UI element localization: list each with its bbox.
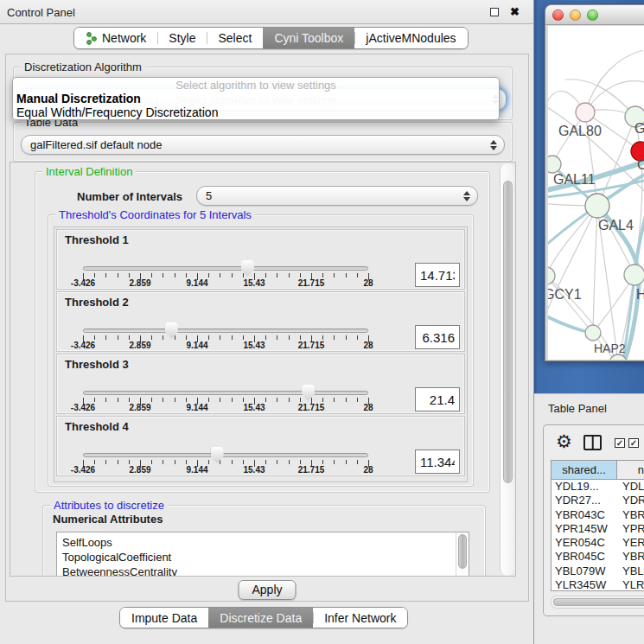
attribute-list-item[interactable]: SelfLoops: [57, 535, 469, 550]
tick-mark: [334, 398, 335, 402]
tick-mark: [357, 398, 358, 402]
threshold-row: Threshold 3-3.4262.8599.14415.4321.71528: [56, 354, 465, 414]
tick-mark: [346, 398, 347, 402]
apply-button[interactable]: Apply: [238, 580, 296, 600]
network-canvas[interactable]: GAL80GACGAL11GAL4GCY1HHAP2: [548, 26, 644, 360]
tick-label: 21.715: [298, 403, 325, 412]
tick-mark: [175, 398, 175, 402]
numerical-attributes-list[interactable]: SelfLoopsTopologicalCoefficientBetweenne…: [56, 532, 469, 577]
slider-thumb[interactable]: [211, 447, 224, 463]
tick-mark: [151, 460, 152, 464]
float-window-icon[interactable]: [490, 8, 499, 16]
minimize-window-icon[interactable]: [570, 10, 581, 21]
slider-track[interactable]: [83, 266, 368, 271]
network-node[interactable]: [624, 265, 644, 285]
dropdown-item-equal-width-frequency[interactable]: Equal Width/Frequency Discretization: [15, 105, 497, 119]
threshold-value-field[interactable]: [415, 387, 460, 411]
table-row[interactable]: YLR345WYLR3: [552, 578, 644, 591]
tick-label: 2.859: [129, 465, 150, 475]
network-node[interactable]: [585, 325, 601, 341]
attributes-list-scrollbar[interactable]: [456, 532, 469, 577]
bottom-tab-impute-data[interactable]: Impute Data: [120, 608, 208, 628]
attribute-list-item[interactable]: TopologicalCoefficient: [57, 550, 469, 564]
thresholds-group: Threshold's Coordinates for 5 Intervals …: [48, 214, 474, 487]
dropdown-item-manual-discretization[interactable]: Manual Discretization: [15, 92, 497, 105]
table-row[interactable]: YDL19...YDL1: [552, 480, 644, 494]
tick-mark: [346, 335, 347, 340]
table-row[interactable]: YPR145WYPR1: [552, 522, 644, 536]
tab-network[interactable]: Network: [74, 28, 157, 48]
checkbox-icon[interactable]: ✓: [628, 438, 639, 448]
table-row[interactable]: YBL079WYBL0: [552, 564, 644, 578]
table-column-header[interactable]: shared...: [552, 461, 617, 479]
scrollbar-thumb[interactable]: [553, 598, 644, 606]
attribute-list-item[interactable]: BetweennessCentrality: [57, 564, 469, 577]
tick-label: 15.43: [243, 465, 265, 475]
network-node-label: GA: [634, 121, 644, 136]
network-node[interactable]: [548, 156, 561, 173]
network-node-label: GCY1: [548, 287, 582, 302]
tick-mark: [175, 273, 175, 277]
slider-track[interactable]: [83, 453, 368, 457]
tick-mark: [334, 460, 335, 464]
tab-jactivemnodules[interactable]: jActiveMNodules: [354, 28, 467, 48]
tick-label: 9.144: [186, 465, 207, 475]
tick-label: 28: [363, 278, 373, 288]
scrollbar-thumb[interactable]: [458, 534, 467, 569]
node-table: shared...n YDL19...YDL1YDR27...YDR2YBR04…: [551, 460, 644, 591]
gear-icon[interactable]: ⚙: [556, 429, 572, 455]
table-panel-title: Table Panel: [548, 402, 607, 415]
slider-thumb[interactable]: [302, 385, 315, 401]
threshold-value-field[interactable]: [415, 450, 460, 474]
tab-cyni-toolbox[interactable]: Cyni Toolbox: [263, 28, 354, 48]
threshold-value-field[interactable]: [415, 325, 460, 349]
tab-style[interactable]: Style: [157, 28, 207, 48]
attributes-items: SelfLoopsTopologicalCoefficientBetweenne…: [57, 535, 469, 577]
table-cell: YLR3: [617, 578, 644, 591]
zoom-window-icon[interactable]: [587, 10, 598, 21]
bottom-tab-discretize-data[interactable]: Discretize Data: [208, 608, 313, 628]
tick-mark: [129, 273, 130, 277]
table-cell: YER054C: [552, 536, 617, 550]
tick-label: -3.426: [71, 403, 95, 412]
tab-select[interactable]: Select: [207, 28, 263, 48]
tick-mark: [346, 273, 347, 277]
table-row[interactable]: YDR27...YDR2: [552, 494, 644, 507]
tick-mark: [265, 398, 266, 402]
table-row[interactable]: YBR043CYBR0: [552, 508, 644, 522]
table-data-combobox[interactable]: galFiltered.sif default node: [21, 135, 505, 155]
checkbox-icon[interactable]: ✓: [615, 438, 625, 448]
tick-mark: [322, 273, 323, 277]
network-graph: GAL80GACGAL11GAL4GCY1HHAP2: [548, 26, 644, 360]
slider-track[interactable]: [83, 391, 368, 395]
columns-icon[interactable]: [583, 435, 602, 450]
tick-mark: [94, 398, 95, 402]
network-node[interactable]: [585, 194, 609, 218]
table-row[interactable]: YBR045CYBR0: [552, 550, 644, 564]
number-of-intervals-combobox[interactable]: 5: [196, 186, 478, 206]
scrollbar-thumb[interactable]: [503, 181, 513, 483]
bottom-tab-infer-network[interactable]: Infer Network: [313, 608, 407, 628]
settings-vertical-scrollbar[interactable]: [500, 163, 514, 576]
control-panel: Control Panel ✖ NetworkStyleSelectCyni T…: [0, 0, 534, 644]
table-cell: YER0: [617, 536, 644, 550]
close-icon[interactable]: ✖: [510, 5, 520, 18]
table-data-combobox-value: galFiltered.sif default node: [22, 138, 488, 151]
tick-mark: [118, 273, 118, 277]
threshold-value-field[interactable]: [415, 263, 460, 287]
combo-placeholder-ghost: Select algorithm to view settings: [15, 79, 497, 92]
tick-mark: [265, 335, 266, 340]
combo-arrows-icon: [488, 140, 504, 150]
table-row[interactable]: YER054CYER0: [552, 536, 644, 550]
tick-mark: [346, 460, 347, 464]
table-column-header[interactable]: n: [617, 461, 644, 479]
network-node[interactable]: [576, 103, 595, 122]
network-node[interactable]: [548, 267, 555, 284]
close-window-icon[interactable]: [552, 10, 564, 21]
slider-thumb[interactable]: [165, 322, 178, 339]
tick-mark: [322, 398, 323, 402]
tick-mark: [277, 460, 277, 464]
slider-track[interactable]: [83, 328, 368, 333]
tick-mark: [151, 398, 152, 402]
table-horizontal-scrollbar[interactable]: [551, 596, 644, 609]
